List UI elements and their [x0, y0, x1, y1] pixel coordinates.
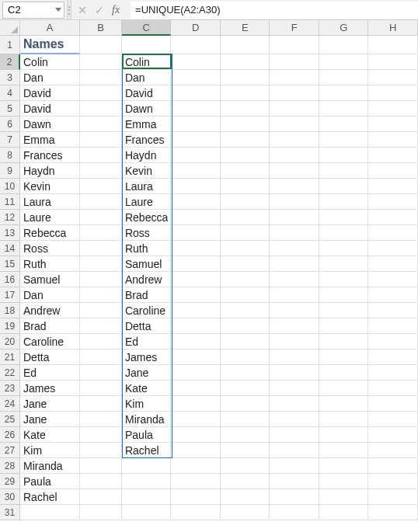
cell-B2[interactable]: [80, 54, 122, 70]
cell-F17[interactable]: [270, 287, 319, 303]
cell-C15[interactable]: Samuel: [122, 256, 172, 272]
cell-C26[interactable]: Paula: [122, 427, 172, 443]
cells-area[interactable]: NamesColinColinDanDanDavidDavidDavidDawn…: [20, 36, 418, 520]
cell-B15[interactable]: [80, 256, 122, 272]
cell-F21[interactable]: [270, 349, 319, 365]
cell-A23[interactable]: James: [20, 381, 80, 396]
cell-G16[interactable]: [319, 272, 369, 287]
cell-G12[interactable]: [319, 210, 369, 225]
cell-A18[interactable]: Andrew: [20, 303, 80, 318]
cell-H15[interactable]: [368, 256, 418, 272]
row-header-8[interactable]: 8: [0, 148, 20, 163]
cell-D27[interactable]: [171, 443, 221, 458]
cell-G25[interactable]: [319, 412, 369, 427]
cell-E26[interactable]: [221, 427, 270, 443]
cell-F10[interactable]: [270, 179, 319, 194]
cell-B12[interactable]: [80, 210, 122, 225]
cell-E16[interactable]: [221, 272, 270, 287]
cell-E21[interactable]: [221, 349, 270, 365]
cell-H30[interactable]: [368, 489, 418, 505]
row-header-6[interactable]: 6: [0, 116, 20, 132]
cell-E13[interactable]: [221, 225, 270, 241]
cell-C18[interactable]: Caroline: [122, 303, 172, 318]
cell-C24[interactable]: Kim: [122, 396, 172, 412]
cell-C12[interactable]: Rebecca: [122, 210, 172, 225]
row-header-24[interactable]: 24: [0, 396, 20, 412]
cell-B18[interactable]: [80, 303, 122, 318]
row-header-17[interactable]: 17: [0, 287, 20, 303]
cell-E18[interactable]: [221, 303, 270, 318]
row-header-16[interactable]: 16: [0, 272, 20, 287]
cell-G7[interactable]: [319, 132, 369, 148]
cell-E19[interactable]: [221, 318, 270, 334]
cell-G6[interactable]: [319, 116, 369, 132]
cell-B25[interactable]: [80, 412, 122, 427]
cell-B1[interactable]: [80, 36, 122, 54]
cell-D10[interactable]: [171, 179, 221, 194]
row-header-5[interactable]: 5: [0, 101, 20, 116]
cell-A14[interactable]: Ross: [20, 241, 80, 256]
cell-E27[interactable]: [221, 443, 270, 458]
cell-H29[interactable]: [368, 474, 418, 489]
cell-D24[interactable]: [171, 396, 221, 412]
cell-G1[interactable]: [319, 36, 369, 54]
cell-C19[interactable]: Detta: [122, 318, 172, 334]
cell-D6[interactable]: [171, 116, 221, 132]
cell-B26[interactable]: [80, 427, 122, 443]
cell-A3[interactable]: Dan: [20, 70, 80, 85]
cell-F3[interactable]: [270, 70, 319, 85]
row-header-21[interactable]: 21: [0, 349, 20, 365]
cell-G31[interactable]: [319, 505, 369, 520]
cell-F7[interactable]: [270, 132, 319, 148]
cell-C7[interactable]: Frances: [122, 132, 172, 148]
cell-E3[interactable]: [221, 70, 270, 85]
cell-D25[interactable]: [171, 412, 221, 427]
cell-H14[interactable]: [368, 241, 418, 256]
cell-A27[interactable]: Kim: [20, 443, 80, 458]
cell-D12[interactable]: [171, 210, 221, 225]
cell-A7[interactable]: Emma: [20, 132, 80, 148]
cell-D15[interactable]: [171, 256, 221, 272]
cell-E5[interactable]: [221, 101, 270, 116]
cell-B27[interactable]: [80, 443, 122, 458]
cell-B30[interactable]: [80, 489, 122, 505]
cell-B17[interactable]: [80, 287, 122, 303]
cell-A26[interactable]: Kate: [20, 427, 80, 443]
cell-B5[interactable]: [80, 101, 122, 116]
row-header-10[interactable]: 10: [0, 179, 20, 194]
cell-C31[interactable]: [122, 505, 172, 520]
cell-D14[interactable]: [171, 241, 221, 256]
row-header-23[interactable]: 23: [0, 381, 20, 396]
cell-A25[interactable]: Jane: [20, 412, 80, 427]
cell-B4[interactable]: [80, 85, 122, 101]
cell-C28[interactable]: [122, 458, 172, 474]
row-header-11[interactable]: 11: [0, 194, 20, 210]
cell-H6[interactable]: [368, 116, 418, 132]
cell-D21[interactable]: [171, 349, 221, 365]
cell-E11[interactable]: [221, 194, 270, 210]
cell-A12[interactable]: Laure: [20, 210, 80, 225]
cell-B13[interactable]: [80, 225, 122, 241]
chevron-down-icon[interactable]: [55, 8, 61, 12]
cell-E25[interactable]: [221, 412, 270, 427]
cell-G21[interactable]: [319, 349, 369, 365]
fx-icon[interactable]: fx: [112, 4, 124, 16]
cell-E31[interactable]: [221, 505, 270, 520]
cell-D17[interactable]: [171, 287, 221, 303]
cell-C20[interactable]: Ed: [122, 334, 172, 349]
cell-E20[interactable]: [221, 334, 270, 349]
cell-C30[interactable]: [122, 489, 172, 505]
cell-A24[interactable]: Jane: [20, 396, 80, 412]
cell-F11[interactable]: [270, 194, 319, 210]
cell-G17[interactable]: [319, 287, 369, 303]
row-header-18[interactable]: 18: [0, 303, 20, 318]
cell-H10[interactable]: [368, 179, 418, 194]
cell-H28[interactable]: [368, 458, 418, 474]
cell-F31[interactable]: [270, 505, 319, 520]
cell-F25[interactable]: [270, 412, 319, 427]
cell-B16[interactable]: [80, 272, 122, 287]
cell-E6[interactable]: [221, 116, 270, 132]
row-header-25[interactable]: 25: [0, 412, 20, 427]
cell-D9[interactable]: [171, 163, 221, 179]
cell-F13[interactable]: [270, 225, 319, 241]
